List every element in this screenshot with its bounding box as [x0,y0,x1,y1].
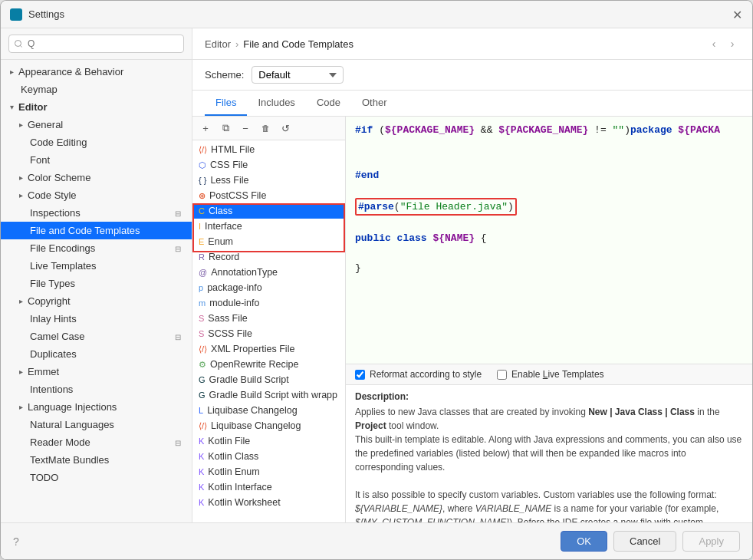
cancel-button[interactable]: Cancel [613,531,676,552]
chevron-right-icon: ▸ [10,68,14,76]
sidebar-item-reader-mode[interactable]: Reader Mode ⊟ [1,433,192,451]
file-item-openrewrite[interactable]: ⚙ OpenRewrite Recipe [192,357,345,372]
file-item-record[interactable]: R Record [192,249,345,265]
file-item-html[interactable]: ⟨/⟩ HTML File [192,142,345,157]
titlebar-left: Settings [10,8,64,21]
copy-template-button[interactable]: ⧉ [217,120,234,137]
reader-mode-indicator: ⊟ [175,439,182,446]
sidebar-item-font[interactable]: Font [1,151,192,169]
ok-button[interactable]: OK [561,531,607,552]
file-item-liquibase1[interactable]: L Liquibase Changelog [192,403,345,418]
file-toolbar: + ⧉ − 🗑 ↺ [192,117,345,140]
tab-other[interactable]: Other [351,91,398,116]
file-item-class[interactable]: C Class [192,203,345,219]
sidebar-nav: ▸ Appearance & Behavior Keymap ▾ Editor … [1,60,192,522]
sidebar-item-inlay-hints[interactable]: Inlay Hints [1,310,192,328]
sidebar-item-code-style[interactable]: ▸ Code Style [1,186,192,204]
sidebar-item-file-types[interactable]: File Types [1,275,192,292]
chevron-right-icon-lang: ▸ [19,403,23,411]
sidebar-item-emmet[interactable]: ▸ Emmet [1,363,192,380]
sidebar-item-editor[interactable]: ▾ Editor [1,98,192,116]
file-item-css[interactable]: ⬡ CSS File [192,157,345,173]
sidebar-item-color-scheme[interactable]: ▸ Color Scheme [1,169,192,186]
file-item-module-info[interactable]: m module-info [192,295,345,311]
live-templates-label[interactable]: Enable Live Templates [511,369,604,380]
reformat-label[interactable]: Reformat according to style [370,369,482,380]
sidebar-item-language-injections[interactable]: ▸ Language Injections [1,398,192,416]
breadcrumb: Editor › File and Code Templates [205,38,353,50]
sidebar-item-inspections[interactable]: Inspections ⊟ [1,204,192,222]
liquibase1-icon: L [199,406,203,415]
tab-includes[interactable]: Includes [247,91,305,116]
help-button[interactable]: ? [13,535,19,548]
apply-button[interactable]: Apply [682,531,740,552]
sidebar-item-camel-case[interactable]: Camel Case ⊟ [1,328,192,345]
sidebar-item-textmate-bundles[interactable]: TextMate Bundles [1,451,192,469]
window-title: Settings [28,8,64,20]
live-templates-checkbox[interactable] [497,370,507,380]
sidebar-item-keymap[interactable]: Keymap [1,81,192,98]
tab-code[interactable]: Code [306,91,351,116]
kotlin-worksheet-icon: K [199,498,204,507]
file-item-interface[interactable]: I Interface [192,219,345,234]
file-item-kotlin-file[interactable]: K Kotlin File [192,433,345,449]
liquibase2-icon: ⟨/⟩ [199,421,207,431]
file-item-liquibase2[interactable]: ⟨/⟩ Liquibase Changelog [192,418,345,433]
sidebar-item-file-templates[interactable]: File and Code Templates [1,222,192,239]
code-line-1: #if (${PACKAGE_NAME} && ${PACKAGE_NAME} … [355,123,743,138]
record-icon: R [199,252,205,262]
postcss-icon: ⊕ [199,191,206,201]
back-button[interactable]: ‹ [706,36,722,51]
revert-template-button[interactable]: ↺ [277,120,294,137]
main-content: Editor › File and Code Templates ‹ › Sch… [192,28,752,522]
scheme-label: Scheme: [205,69,244,81]
sidebar-item-live-templates[interactable]: Live Templates [1,257,192,275]
footer-buttons: OK Cancel Apply [561,531,740,552]
chevron-right-icon-codestyle: ▸ [19,191,23,199]
sidebar-item-natural-languages[interactable]: Natural Languages [1,416,192,433]
reformat-checkbox[interactable] [355,370,365,380]
file-item-package-info[interactable]: p package-info [192,280,345,295]
file-item-kotlin-interface[interactable]: K Kotlin Interface [192,479,345,495]
file-item-xml-properties[interactable]: ⟨/⟩ XML Properties File [192,341,345,357]
file-item-gradle[interactable]: G Gradle Build Script [192,372,345,387]
remove-template-button[interactable]: − [237,120,254,137]
file-item-postcss[interactable]: ⊕ PostCSS File [192,188,345,203]
file-item-kotlin-enum[interactable]: K Kotlin Enum [192,464,345,479]
file-item-kotlin-class[interactable]: K Kotlin Class [192,449,345,464]
sidebar: ▸ Appearance & Behavior Keymap ▾ Editor … [1,28,192,522]
code-panel: #if (${PACKAGE_NAME} && ${PACKAGE_NAME} … [346,117,752,522]
enum-icon: E [199,237,204,246]
sidebar-item-general[interactable]: ▸ General [1,116,192,133]
file-item-kotlin-worksheet[interactable]: K Kotlin Worksheet [192,495,345,510]
file-item-annotation[interactable]: @ AnnotationType [192,265,345,280]
delete-template-button[interactable]: 🗑 [257,120,274,137]
sidebar-item-file-encodings[interactable]: File Encodings ⊟ [1,239,192,257]
file-item-less[interactable]: { } Less File [192,173,345,188]
file-item-enum[interactable]: E Enum [192,234,345,249]
help-icon: ? [13,535,19,548]
sidebar-item-copyright[interactable]: ▸ Copyright [1,292,192,310]
add-template-button[interactable]: + [197,120,214,137]
sidebar-item-appearance[interactable]: ▸ Appearance & Behavior [1,63,192,81]
file-item-scss[interactable]: S SCSS File [192,326,345,341]
tab-files[interactable]: Files [205,91,247,116]
sidebar-item-duplicates[interactable]: Duplicates [1,345,192,363]
sidebar-item-code-editing[interactable]: Code Editing [1,133,192,151]
main-layout: ▸ Appearance & Behavior Keymap ▾ Editor … [1,28,752,522]
search-input[interactable] [8,35,184,53]
sidebar-item-todo[interactable]: TODO [1,469,192,486]
file-item-sass[interactable]: S Sass File [192,311,345,326]
description-label: Description: [355,391,743,402]
annotation-icon: @ [199,268,207,277]
gradle-icon: G [199,375,206,384]
file-list: + ⧉ − 🗑 ↺ ⟨/⟩ HTML File ⬡ CSS File [192,117,346,522]
code-editor[interactable]: #if (${PACKAGE_NAME} && ${PACKAGE_NAME} … [346,117,752,364]
close-button[interactable]: ✕ [732,9,743,20]
sidebar-item-intentions[interactable]: Intentions [1,380,192,398]
file-item-gradle-wrapper[interactable]: G Gradle Build Script with wrapp [192,387,345,403]
kotlin-class-icon: K [199,452,204,461]
forward-button[interactable]: › [725,36,740,51]
scheme-select[interactable]: Default Project [252,66,344,84]
breadcrumb-current: File and Code Templates [243,38,353,50]
